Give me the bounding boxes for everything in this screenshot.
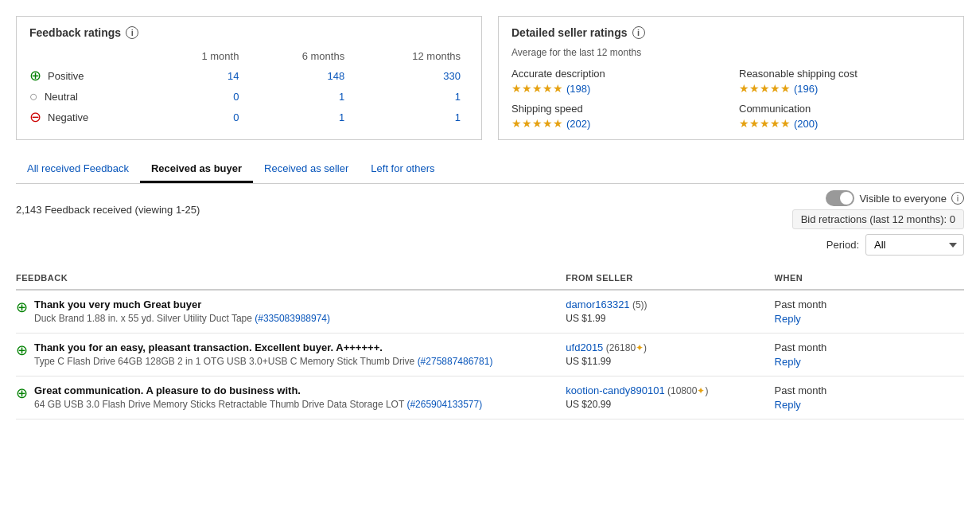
feedback-ratings-label: Feedback ratings [29, 26, 121, 39]
tab-received-buyer[interactable]: Received as buyer [140, 156, 253, 183]
period-row: Period: All Past month Past 6 months Pas… [16, 234, 964, 256]
feedback-sub-text: Type C Flash Drive 64GB 128GB 2 in 1 OTG… [34, 356, 492, 367]
item-link[interactable]: (#335083988974) [255, 313, 330, 324]
seller-name-link[interactable]: kootion-candy890101 [566, 384, 664, 396]
neutral-12months[interactable]: 1 [455, 91, 461, 103]
visible-toggle[interactable] [826, 190, 854, 206]
when-cell: Past month Reply [775, 290, 964, 334]
feedback-sub-text: 64 GB USB 3.0 Flash Drive Memory Sticks … [34, 399, 482, 410]
visible-label: Visible to everyone [859, 193, 947, 205]
positive-icon: ⊕ [16, 343, 28, 357]
tab-all-feedback[interactable]: All received Feedback [16, 156, 140, 183]
positive-icon: ⊕ [16, 300, 28, 314]
feedback-main-text: Thank you for an easy, pleasant transact… [34, 341, 492, 353]
when-text: Past month [775, 341, 827, 353]
tab-received-seller[interactable]: Received as seller [253, 156, 360, 183]
positive-12months[interactable]: 330 [443, 70, 461, 82]
reply-link[interactable]: Reply [775, 399, 956, 411]
table-row: ⊕ Thank you for an easy, pleasant transa… [16, 334, 964, 376]
rating-label: Accurate description [511, 68, 723, 80]
seller-score: (10800✦) [665, 385, 709, 396]
detailed-ratings-info-icon[interactable]: i [632, 26, 645, 39]
feedback-main-text: Thank you very much Great buyer [34, 298, 330, 310]
visible-info-icon[interactable]: i [951, 192, 964, 205]
seller-score: (5)) [630, 299, 648, 310]
right-controls: Visible to everyone i Bid retractions (l… [792, 190, 964, 229]
feedback-cell: ⊕ Great communication. A pleasure to do … [16, 376, 566, 419]
seller-price: US $20.99 [566, 399, 766, 410]
negative-icon: ⊖ [29, 110, 41, 124]
seller-star-icon: ✦ [636, 342, 644, 353]
when-cell: Past month Reply [775, 376, 964, 419]
stars-accurate: ★★★★★ [511, 82, 563, 95]
stars-communication: ★★★★★ [739, 117, 791, 130]
col-6months: 6 months [247, 47, 352, 65]
seller-cell: ufd2015 (26180✦) US $11.99 [566, 334, 774, 376]
rating-count-accurate[interactable]: (198) [566, 83, 590, 95]
period-label: Period: [826, 239, 859, 251]
positive-icon: ⊕ [16, 386, 28, 400]
rating-label: Communication [739, 103, 951, 115]
rating-communication: Communication ★★★★★ (200) [739, 103, 951, 130]
feedback-ratings-title: Feedback ratings i [29, 26, 469, 39]
negative-12months[interactable]: 1 [455, 111, 461, 123]
tab-left-others[interactable]: Left for others [360, 156, 445, 183]
feedback-sub-text: Duck Brand 1.88 in. x 55 yd. Silver Util… [34, 313, 330, 324]
feedback-cell: ⊕ Thank you for an easy, pleasant transa… [16, 334, 566, 376]
reply-link[interactable]: Reply [775, 313, 956, 325]
reply-link[interactable]: Reply [775, 356, 956, 368]
feedback-ratings-info-icon[interactable]: i [126, 26, 138, 39]
negative-1month[interactable]: 0 [233, 111, 239, 123]
rating-count-communication[interactable]: (200) [794, 118, 818, 130]
period-select[interactable]: All Past month Past 6 months Past year [865, 234, 964, 256]
neutral-6months[interactable]: 1 [339, 91, 344, 103]
negative-6months[interactable]: 1 [339, 111, 344, 123]
seller-name-link[interactable]: damor163321 [566, 298, 629, 310]
table-row: ⊕Positive 14 148 330 [29, 65, 469, 86]
positive-1month[interactable]: 14 [228, 70, 239, 82]
detailed-ratings-title: Detailed seller ratings i [511, 26, 951, 39]
seller-cell: damor163321 (5)) US $1.99 [566, 290, 774, 334]
seller-price: US $11.99 [566, 356, 766, 367]
feedback-main-text: Great communication. A pleasure to do bu… [34, 384, 482, 396]
table-row: ⊕ Great communication. A pleasure to do … [16, 376, 964, 419]
col-header-seller: FROM SELLER [566, 267, 774, 290]
rating-count-shipping-cost[interactable]: (196) [794, 83, 818, 95]
when-cell: Past month Reply [775, 334, 964, 376]
col-header-when: WHEN [775, 267, 964, 290]
seller-price: US $1.99 [566, 313, 766, 324]
feedback-tabs: All received Feedback Received as buyer … [16, 156, 964, 184]
bid-retractions: Bid retractions (last 12 months): 0 [792, 209, 964, 229]
item-link[interactable]: (#275887486781) [418, 356, 493, 367]
stars-shipping-speed: ★★★★★ [511, 117, 563, 130]
seller-star-icon: ✦ [697, 385, 705, 396]
col-1month: 1 month [150, 47, 247, 65]
when-text: Past month [775, 384, 827, 396]
neutral-1month[interactable]: 0 [233, 91, 239, 103]
rating-count-shipping-speed[interactable]: (202) [566, 118, 590, 130]
detailed-ratings-subtitle: Average for the last 12 months [511, 47, 951, 58]
detailed-ratings-label: Detailed seller ratings [511, 26, 628, 39]
rating-accurate-description: Accurate description ★★★★★ (198) [511, 68, 723, 95]
feedback-ratings-panel: Feedback ratings i 1 month 6 months 12 m… [16, 16, 482, 140]
stars-shipping-cost: ★★★★★ [739, 82, 791, 95]
detailed-ratings-grid: Accurate description ★★★★★ (198) Reasona… [511, 68, 951, 130]
table-row: ⊕ Thank you very much Great buyer Duck B… [16, 290, 964, 334]
feedback-cell: ⊕ Thank you very much Great buyer Duck B… [16, 290, 566, 334]
table-row: ⊖Negative 0 1 1 [29, 107, 469, 127]
table-row: ○Neutral 0 1 1 [29, 86, 469, 107]
col-header-feedback: FEEDBACK [16, 267, 566, 290]
positive-6months[interactable]: 148 [327, 70, 344, 82]
rating-shipping-speed: Shipping speed ★★★★★ (202) [511, 103, 723, 130]
sub-controls-row: 2,143 Feedback received (viewing 1-25) V… [16, 190, 964, 229]
col-12months: 12 months [352, 47, 469, 65]
rating-label: Reasonable shipping cost [739, 68, 951, 80]
item-link[interactable]: (#265904133577) [406, 399, 482, 410]
feedback-ratings-table: 1 month 6 months 12 months ⊕Positive 14 … [29, 47, 469, 127]
rating-shipping-cost: Reasonable shipping cost ★★★★★ (196) [739, 68, 951, 95]
neutral-icon: ○ [29, 89, 38, 103]
positive-icon: ⊕ [29, 68, 41, 83]
feedback-count: 2,143 Feedback received (viewing 1-25) [16, 204, 200, 216]
when-text: Past month [775, 298, 827, 310]
seller-name-link[interactable]: ufd2015 [566, 341, 603, 353]
